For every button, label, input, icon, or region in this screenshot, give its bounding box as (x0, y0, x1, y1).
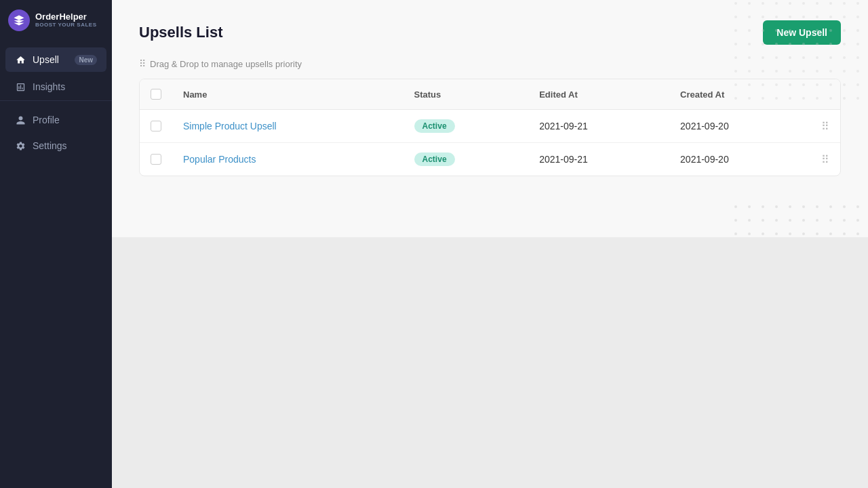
row-checkbox-cell-1 (140, 143, 172, 176)
sidebar-item-settings[interactable]: Settings (5, 134, 106, 158)
profile-icon (15, 115, 26, 125)
header-checkbox[interactable] (151, 89, 161, 100)
content-area: Upsells List New Upsell ⠿ Drag & Drop to… (112, 0, 868, 237)
header-name: Name (172, 79, 403, 110)
upsells-table-container: Name Status Edited At Created At (139, 79, 841, 176)
app-tagline: BOOST YOUR SALES (35, 22, 97, 28)
row-name-0: Simple Product Upsell (172, 110, 403, 143)
row-name-1: Popular Products (172, 143, 403, 176)
upsells-table: Name Status Edited At Created At (140, 79, 840, 176)
row-checkbox-0[interactable] (151, 121, 161, 131)
drag-hint-text: Drag & Drop to manage upsells priority (150, 59, 302, 69)
sidebar-item-insights[interactable]: Insights (5, 75, 106, 99)
sidebar-nav: Upsell New Insights Profile Settings (0, 41, 112, 488)
main-content: Upsells List New Upsell ⠿ Drag & Drop to… (112, 0, 868, 488)
header-created-at: Created At (669, 79, 810, 110)
upsell-label: Upsell (33, 54, 68, 65)
header-edited-at: Edited At (528, 79, 669, 110)
row-edited-at-0: 2021-09-21 (528, 110, 669, 143)
table-body: Simple Product Upsell Active 2021-09-21 … (140, 110, 840, 176)
header-status: Status (403, 79, 529, 110)
settings-label: Settings (33, 140, 97, 151)
logo-area: OrderHelper BOOST YOUR SALES (0, 0, 112, 41)
settings-icon (15, 140, 26, 151)
row-created-at-0: 2021-09-20 (669, 110, 810, 143)
logo-text: OrderHelper BOOST YOUR SALES (35, 12, 97, 28)
row-checkbox-1[interactable] (151, 154, 161, 165)
sidebar-item-profile[interactable]: Profile (5, 108, 106, 132)
header-actions-col (810, 79, 840, 110)
row-edited-at-1: 2021-09-21 (528, 143, 669, 176)
row-created-at-1: 2021-09-20 (669, 143, 810, 176)
sidebar: OrderHelper BOOST YOUR SALES Upsell New … (0, 0, 112, 488)
table-header: Name Status Edited At Created At (140, 79, 840, 110)
drag-handle-icon-0[interactable]: ⠿ (821, 120, 829, 133)
table-row: Simple Product Upsell Active 2021-09-21 … (140, 110, 840, 143)
row-status-1: Active (403, 143, 529, 176)
row-drag-handle-1[interactable]: ⠿ (810, 143, 840, 176)
insights-label: Insights (33, 81, 97, 92)
logo-icon (8, 9, 30, 31)
home-icon (15, 54, 26, 65)
lower-section (112, 237, 868, 488)
insights-icon (15, 81, 26, 92)
profile-label: Profile (33, 115, 97, 125)
upsell-link-1[interactable]: Popular Products (183, 154, 256, 165)
drag-hint: ⠿ Drag & Drop to manage upsells priority (139, 58, 841, 69)
row-checkbox-cell-0 (140, 110, 172, 143)
app-name: OrderHelper (35, 12, 97, 22)
upsell-link-0[interactable]: Simple Product Upsell (183, 121, 277, 131)
table-row: Popular Products Active 2021-09-21 2021-… (140, 143, 840, 176)
drag-handle-icon-1[interactable]: ⠿ (821, 153, 829, 166)
status-badge-0: Active (414, 119, 455, 133)
sidebar-bottom: Profile Settings (0, 100, 112, 170)
new-upsell-button[interactable]: New Upsell (763, 20, 841, 45)
drag-dots-icon: ⠿ (139, 58, 146, 69)
sidebar-item-upsell[interactable]: Upsell New (5, 47, 106, 72)
page-title: Upsells List (139, 24, 222, 41)
status-badge-1: Active (414, 152, 455, 166)
upsell-badge: New (75, 55, 97, 65)
page-header: Upsells List New Upsell (139, 20, 841, 45)
row-drag-handle-0[interactable]: ⠿ (810, 110, 840, 143)
header-checkbox-col (140, 79, 172, 110)
row-status-0: Active (403, 110, 529, 143)
